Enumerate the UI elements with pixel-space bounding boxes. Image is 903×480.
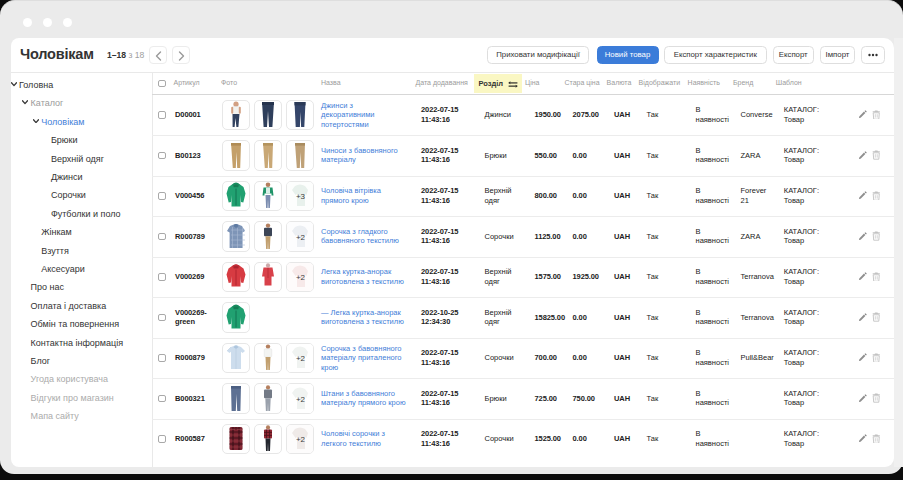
- svg-text:+2: +2: [295, 354, 305, 363]
- svg-text:+3: +3: [295, 192, 305, 201]
- svg-text:+2: +2: [295, 232, 305, 241]
- svg-text:+2: +2: [295, 435, 305, 444]
- svg-text:+2: +2: [295, 273, 305, 282]
- svg-text:+2: +2: [295, 394, 305, 403]
